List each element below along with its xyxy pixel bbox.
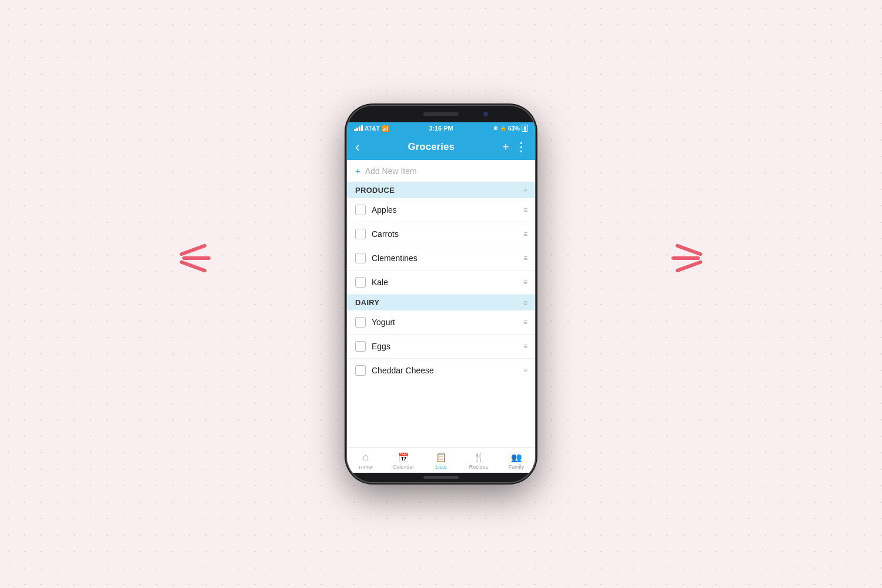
clementines-drag-handle[interactable]: ≡ xyxy=(523,254,527,262)
screen: AT&T 📶 3:16 PM ⊕ 🔒 63% ▮ ‹ Groceries + ⋮… xyxy=(347,122,535,473)
calendar-icon: 📅 xyxy=(398,452,409,463)
home-tab-label: Home xyxy=(359,465,373,470)
dairy-section-title: DAIRY xyxy=(355,298,379,307)
apples-label: Apples xyxy=(372,205,517,215)
cheddar-checkbox[interactable] xyxy=(355,365,366,376)
carrier-label: AT&T xyxy=(365,125,380,132)
carrots-drag-handle[interactable]: ≡ xyxy=(523,230,527,238)
home-bar xyxy=(423,476,459,479)
list-item: Cheddar Cheese ≡ xyxy=(347,359,535,382)
cheddar-label: Cheddar Cheese xyxy=(372,366,517,375)
eggs-checkbox[interactable] xyxy=(355,341,366,352)
tab-calendar[interactable]: 📅 Calendar xyxy=(385,452,422,470)
grocery-list: PRODUCE ≡ Apples ≡ Carrots ≡ Clementines… xyxy=(347,182,535,447)
tab-bar: ⌂ Home 📅 Calendar 📋 Lists 🍴 Recipes 👥 Fa… xyxy=(347,447,535,473)
tab-recipes[interactable]: 🍴 Recipes xyxy=(460,452,497,470)
apples-drag-handle[interactable]: ≡ xyxy=(523,206,527,214)
add-item-nav-button[interactable]: + xyxy=(502,141,509,154)
yogurt-drag-handle[interactable]: ≡ xyxy=(523,318,527,326)
phone-top xyxy=(347,106,535,122)
battery-icon: ▮ xyxy=(522,125,528,132)
clementines-checkbox[interactable] xyxy=(355,253,366,263)
tab-lists[interactable]: 📋 Lists xyxy=(422,452,460,470)
list-item: Yogurt ≡ xyxy=(347,310,535,335)
battery-label: 63% xyxy=(508,125,520,132)
clementines-label: Clementines xyxy=(372,253,517,263)
add-plus-icon: + xyxy=(355,166,360,176)
tab-home[interactable]: ⌂ Home xyxy=(347,451,385,470)
phone-device: AT&T 📶 3:16 PM ⊕ 🔒 63% ▮ ‹ Groceries + ⋮… xyxy=(347,106,535,482)
kale-drag-handle[interactable]: ≡ xyxy=(523,278,527,286)
yogurt-label: Yogurt xyxy=(372,318,517,327)
lists-tab-label: Lists xyxy=(436,464,447,470)
status-left: AT&T 📶 xyxy=(354,125,389,132)
kale-checkbox[interactable] xyxy=(355,277,366,288)
list-item: Clementines ≡ xyxy=(347,246,535,270)
status-bar: AT&T 📶 3:16 PM ⊕ 🔒 63% ▮ xyxy=(347,122,535,134)
recipes-icon: 🍴 xyxy=(473,452,485,463)
nav-actions: + ⋮ xyxy=(502,140,527,154)
phone-bottom xyxy=(347,473,535,482)
speaker xyxy=(423,112,459,116)
dairy-section-header: DAIRY ≡ xyxy=(347,295,535,310)
tab-family[interactable]: 👥 Family xyxy=(497,452,535,470)
back-button[interactable]: ‹ xyxy=(355,139,360,155)
produce-section-title: PRODUCE xyxy=(355,186,395,195)
cheddar-drag-handle[interactable]: ≡ xyxy=(523,366,527,375)
produce-section-header: PRODUCE ≡ xyxy=(347,182,535,198)
family-tab-label: Family xyxy=(509,464,524,470)
kale-label: Kale xyxy=(372,278,517,287)
recipes-tab-label: Recipes xyxy=(469,464,489,470)
calendar-tab-label: Calendar xyxy=(393,464,415,470)
add-new-item-bar[interactable]: + Add New Item xyxy=(347,160,535,182)
eggs-label: Eggs xyxy=(372,342,517,351)
time-display: 3:16 PM xyxy=(429,125,453,132)
nav-bar: ‹ Groceries + ⋮ xyxy=(347,134,535,160)
dairy-drag-handle[interactable]: ≡ xyxy=(523,299,527,307)
apples-checkbox[interactable] xyxy=(355,205,366,215)
front-camera xyxy=(483,112,488,116)
yogurt-checkbox[interactable] xyxy=(355,317,366,328)
list-item: Eggs ≡ xyxy=(347,335,535,359)
eggs-drag-handle[interactable]: ≡ xyxy=(523,342,527,350)
carrots-label: Carrots xyxy=(372,229,517,239)
family-icon: 👥 xyxy=(511,452,522,463)
nav-title: Groceries xyxy=(407,141,454,153)
list-item: Kale ≡ xyxy=(347,270,535,295)
list-item: Carrots ≡ xyxy=(347,222,535,246)
home-icon: ⌂ xyxy=(363,451,369,463)
wifi-icon: 📶 xyxy=(382,125,389,132)
more-options-button[interactable]: ⋮ xyxy=(515,140,527,154)
right-arrows xyxy=(671,247,700,269)
lists-icon: 📋 xyxy=(436,452,447,463)
left-arrows xyxy=(182,247,211,269)
signal-icon xyxy=(354,125,363,131)
add-item-placeholder: Add New Item xyxy=(365,166,417,176)
status-right: ⊕ 🔒 63% ▮ xyxy=(493,125,528,132)
list-item: Apples ≡ xyxy=(347,198,535,222)
produce-drag-handle[interactable]: ≡ xyxy=(523,186,527,195)
lock-icon: 🔒 xyxy=(500,125,506,131)
carrots-checkbox[interactable] xyxy=(355,229,366,239)
location-icon: ⊕ xyxy=(493,125,498,131)
